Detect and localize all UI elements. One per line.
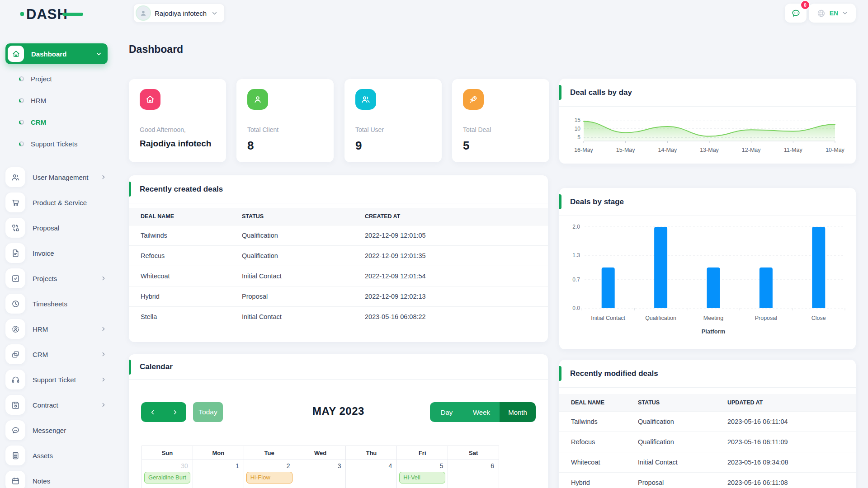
- calendar-day-cell[interactable]: 1: [193, 460, 244, 488]
- total-client-card: Total Client 8: [236, 79, 334, 162]
- calendar-day-cell[interactable]: 30 Geraldine Burt: [142, 460, 193, 488]
- sidebar-item-invoice[interactable]: Invoice: [5, 240, 108, 266]
- accent-bar: [129, 360, 131, 375]
- calendar-event[interactable]: Hi-Veil: [399, 472, 445, 483]
- deal-name-cell: Tailwinds: [559, 411, 633, 432]
- status-cell: Qualification: [633, 432, 723, 452]
- chevron-down-icon: [842, 10, 848, 16]
- total-deal-card: Total Deal 5: [452, 79, 549, 162]
- svg-text:12-May: 12-May: [742, 147, 761, 153]
- sidebar-subitem-support-tickets[interactable]: Support Tickets: [5, 133, 108, 155]
- svg-text:15-May: 15-May: [616, 147, 635, 153]
- calendar-day-cell[interactable]: 6: [448, 460, 499, 488]
- view-month-button[interactable]: Month: [500, 402, 536, 422]
- column-header: DEAL NAME: [559, 394, 633, 411]
- chevron-right-icon: [100, 376, 107, 383]
- calendar-week-row: 30 Geraldine Burt 1 2 Hi-Flow 3 4 5 Hi-V…: [142, 460, 499, 488]
- svg-text:0.0: 0.0: [572, 305, 580, 311]
- language-selector[interactable]: EN: [809, 4, 856, 23]
- sidebar-item-user-management[interactable]: User Management: [5, 164, 108, 190]
- table-row: RefocusQualification2022-12-09 12:01:35: [129, 245, 548, 266]
- deal-calls-chart: 5101516-May15-May14-May13-May12-May11-Ma…: [568, 113, 847, 160]
- recently-modified-deals-panel: Recently modified deals DEAL NAME STATUS…: [559, 360, 856, 488]
- table-row: WhitecoatInitial Contact2023-05-16 09:34…: [559, 452, 856, 472]
- sidebar-item-crm[interactable]: CRM: [5, 342, 108, 367]
- created-at-cell: 2022-12-09 12:02:13: [360, 286, 548, 306]
- day-header: Mon: [193, 446, 244, 460]
- svg-text:Initial Contact: Initial Contact: [591, 315, 625, 321]
- day-number: 4: [346, 460, 396, 470]
- svg-text:10-May: 10-May: [826, 147, 844, 153]
- sidebar-item-messenger[interactable]: Messenger: [5, 418, 108, 443]
- sidebar-item-product-service[interactable]: Product & Service: [5, 190, 108, 215]
- day-header: Thu: [346, 446, 397, 460]
- svg-text:0.7: 0.7: [572, 277, 580, 283]
- company-switcher[interactable]: Rajodiya infotech: [133, 4, 225, 23]
- sidebar-item-assets[interactable]: Assets: [5, 443, 108, 468]
- accent-bar: [559, 194, 561, 209]
- calendar-day-cell[interactable]: 5 Hi-Veil: [397, 460, 448, 488]
- column-header: CREATED AT: [360, 208, 548, 225]
- sidebar-subitem-crm[interactable]: CRM: [5, 111, 108, 133]
- view-day-button[interactable]: Day: [430, 402, 463, 422]
- status-cell: Proposal: [633, 472, 723, 488]
- chevron-right-icon: [100, 174, 107, 180]
- chevron-right-icon: [100, 326, 107, 332]
- person-icon: [139, 9, 147, 17]
- day-number: 2: [244, 460, 295, 470]
- stat-value: Rajodiya infotech: [140, 139, 215, 149]
- sidebar-subitem-project[interactable]: Project: [5, 68, 108, 89]
- created-at-cell: 2022-12-09 12:01:35: [360, 245, 548, 266]
- calendar-event[interactable]: Hi-Flow: [246, 472, 292, 483]
- day-header: Fri: [397, 446, 448, 460]
- calendar-event[interactable]: Geraldine Burt: [144, 472, 190, 483]
- deal-name-cell: Whitecoat: [129, 266, 237, 286]
- sidebar-item-projects[interactable]: Projects: [5, 266, 108, 291]
- deal-calls-panel: Deal calls by day 5101516-May15-May14-Ma…: [559, 79, 856, 164]
- stat-value: 9: [355, 139, 431, 153]
- stat-label: Total Deal: [463, 126, 538, 133]
- day-number: 6: [448, 460, 499, 470]
- deal-name-cell: Whitecoat: [559, 452, 633, 472]
- sidebar-item-support-ticket[interactable]: Support Ticket: [5, 367, 108, 392]
- status-cell: Qualification: [633, 411, 723, 432]
- day-number: 30: [142, 460, 193, 470]
- messages-button[interactable]: 0: [785, 4, 807, 23]
- svg-text:13-May: 13-May: [700, 147, 719, 153]
- table-row: HybridProposal2022-12-09 12:02:13: [129, 286, 548, 306]
- calendar-day-cell[interactable]: 2 Hi-Flow: [244, 460, 295, 488]
- sidebar-item-hrm[interactable]: HRM: [5, 316, 108, 342]
- updated-at-cell: 2023-05-16 06:11:09: [723, 432, 856, 452]
- cart-icon: [5, 192, 25, 212]
- panel-title: Deal calls by day: [570, 88, 632, 97]
- rocket-icon: [463, 89, 484, 110]
- sidebar: Dashboard Project HRM CRM Support Ticket…: [5, 43, 108, 488]
- chevron-right-icon: [100, 275, 107, 282]
- sidebar-item-notes[interactable]: Notes: [5, 468, 108, 488]
- sidebar-item-proposal[interactable]: Proposal: [5, 215, 108, 240]
- calendar-day-cell[interactable]: 4: [346, 460, 397, 488]
- view-week-button[interactable]: Week: [463, 402, 500, 422]
- donut-icon: [19, 141, 24, 146]
- panel-header: Deal calls by day: [559, 79, 856, 107]
- logo-dash: [62, 13, 83, 16]
- chevron-down-icon: [211, 10, 218, 17]
- panel-header: Recently modified deals: [559, 360, 856, 388]
- day-number: 1: [193, 460, 244, 470]
- svg-text:15: 15: [575, 117, 581, 123]
- accent-bar: [129, 182, 131, 197]
- panel-title: Deals by stage: [570, 197, 624, 206]
- deal-name-cell: Stella: [129, 306, 237, 327]
- sidebar-item-timesheets[interactable]: Timesheets: [5, 291, 108, 316]
- sidebar-item-contract[interactable]: Contract: [5, 392, 108, 418]
- calendar-day-cell[interactable]: 3: [295, 460, 346, 488]
- column-header: UPDATED AT: [723, 394, 856, 411]
- check-square-icon: [5, 268, 25, 288]
- column-header: DEAL NAME: [129, 208, 237, 225]
- table-row: StellaInitial Contact2023-05-16 06:08:22: [129, 306, 548, 327]
- sidebar-item-dashboard[interactable]: Dashboard: [5, 43, 108, 64]
- day-header: Sat: [448, 446, 499, 460]
- created-at-cell: 2022-12-09 12:01:54: [360, 266, 548, 286]
- svg-text:Qualification: Qualification: [645, 315, 676, 321]
- sidebar-subitem-hrm[interactable]: HRM: [5, 89, 108, 111]
